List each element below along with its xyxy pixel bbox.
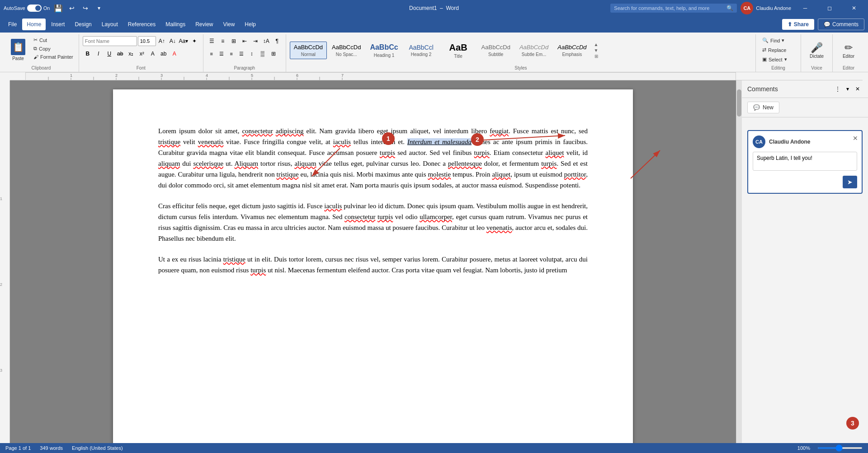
comments-close-button[interactable]: ✕: [853, 84, 863, 94]
shrink-font-button[interactable]: A↓: [168, 36, 178, 46]
styles-scroll-up[interactable]: ▲: [594, 42, 599, 47]
menu-help[interactable]: Help: [240, 19, 260, 30]
show-marks-button[interactable]: ¶: [272, 36, 282, 46]
format-painter-button[interactable]: 🖌 Format Painter: [32, 53, 75, 61]
zoom-slider[interactable]: [817, 447, 863, 449]
ribbon-group-editor: ✏ Editor Editor: [833, 34, 864, 72]
editor-button[interactable]: ✏ Editor: [838, 37, 859, 64]
redo-button[interactable]: ↪: [80, 3, 90, 13]
save-button[interactable]: 💾: [53, 3, 63, 13]
autosave-toggle[interactable]: AutoSave On: [4, 5, 50, 12]
font-name-input[interactable]: [83, 36, 137, 46]
send-icon: ➤: [847, 178, 853, 186]
clear-format-button[interactable]: ✦: [189, 36, 199, 46]
menu-references[interactable]: References: [123, 19, 160, 30]
sort-button[interactable]: ↕A: [261, 36, 271, 46]
comment-input[interactable]: [753, 152, 857, 171]
user-avatar[interactable]: CA: [741, 2, 753, 14]
menu-insert[interactable]: Insert: [47, 19, 69, 30]
text-effect-button[interactable]: A: [148, 49, 158, 59]
new-comment-button[interactable]: 💬 New: [747, 102, 779, 113]
style-title[interactable]: AaB Title: [440, 40, 476, 61]
paragraph-3: Ut a ex eu risus lacinia tristique ut in…: [158, 254, 588, 276]
copy-button[interactable]: ⧉ Copy: [32, 45, 75, 52]
clipboard-content: 📋 Paste ✂ Cut ⧉ Copy 🖌 Format Painter: [7, 36, 75, 65]
style-heading2[interactable]: AaBbCcl Heading 2: [403, 42, 439, 60]
menu-view[interactable]: View: [219, 19, 240, 30]
font-content: A↑ A↓ Aa▾ ✦ B I U ab x₂ x² A ab A: [83, 36, 199, 65]
grow-font-button[interactable]: A↑: [157, 36, 167, 46]
superscript-button[interactable]: x²: [137, 49, 147, 59]
align-left-button[interactable]: ≡: [207, 49, 216, 58]
menu-design[interactable]: Design: [70, 19, 96, 30]
undo-button[interactable]: ↩: [67, 3, 77, 13]
line-spacing-button[interactable]: ↕: [247, 49, 257, 59]
comments-button[interactable]: 💬 Comments: [818, 19, 864, 30]
vertical-scrollbar[interactable]: [736, 80, 742, 443]
squiggly-venenatis2: venenatis: [486, 224, 512, 231]
menu-review[interactable]: Review: [191, 19, 217, 30]
minimize-button[interactable]: ─: [795, 0, 816, 16]
style-heading1[interactable]: AaBbCc Heading 1: [366, 41, 402, 60]
align-center-button[interactable]: ☰: [217, 49, 226, 58]
send-comment-button[interactable]: ➤: [843, 176, 857, 188]
borders-button[interactable]: ⊞: [269, 49, 278, 59]
font-size-input[interactable]: [138, 36, 156, 46]
change-case-button[interactable]: Aa▾: [179, 36, 189, 46]
squiggly-consectetur2: consectetur: [344, 213, 375, 220]
dictate-button[interactable]: 🎤 Dictate: [806, 37, 828, 64]
find-button[interactable]: 🔍 Find ▾: [760, 36, 787, 45]
squiggly-turpis1: turpis: [380, 149, 395, 156]
style-emphasis[interactable]: AaBbCcDd Emphasis: [553, 42, 590, 59]
menu-layout[interactable]: Layout: [97, 19, 123, 30]
numbering-button[interactable]: ≡: [218, 36, 228, 46]
cut-button[interactable]: ✂ Cut: [32, 36, 75, 44]
scrollbar-thumb[interactable]: [737, 89, 741, 117]
font-color-button[interactable]: A: [170, 49, 179, 59]
document-area[interactable]: 1 Lorem ipsum dolor sit amet, consectetu…: [10, 80, 736, 443]
menu-home[interactable]: Home: [22, 19, 46, 30]
comment-close-button[interactable]: ✕: [853, 135, 858, 142]
multilevel-button[interactable]: ⊞: [229, 36, 239, 46]
style-nospace-preview: AaBbCcDd: [332, 44, 361, 51]
decrease-indent-button[interactable]: ⇤: [240, 36, 250, 46]
autosave-knob: [35, 5, 41, 11]
paste-button[interactable]: 📋 Paste: [7, 36, 29, 63]
style-subtle-em[interactable]: AaBbCcDd Subtle Em...: [515, 42, 552, 59]
close-button[interactable]: ✕: [844, 0, 864, 16]
customize-qat-button[interactable]: ▾: [94, 3, 104, 13]
editing-content: 🔍 Find ▾ ⇄ Replace ▣ Select ▾: [760, 36, 797, 65]
restore-button[interactable]: ◻: [819, 0, 840, 16]
autosave-switch[interactable]: [27, 5, 42, 12]
style-subtitle[interactable]: AaBbCcDd Subtitle: [477, 42, 514, 59]
underline-button[interactable]: U: [104, 49, 114, 59]
align-right-button[interactable]: ≡: [227, 49, 236, 58]
styles-expand[interactable]: ⊞: [594, 54, 598, 59]
styles-scroll-down[interactable]: ▼: [594, 48, 599, 53]
increase-indent-button[interactable]: ⇥: [250, 36, 260, 46]
italic-button[interactable]: I: [94, 49, 104, 59]
search-input[interactable]: [610, 4, 737, 13]
text-highlight-button[interactable]: ab: [159, 49, 169, 59]
menu-mailings[interactable]: Mailings: [161, 19, 190, 30]
comments-settings-button[interactable]: ⋮: [833, 84, 843, 94]
bold-button[interactable]: B: [83, 49, 93, 59]
subscript-button[interactable]: x₂: [126, 49, 136, 59]
align-justify-button[interactable]: ☰: [237, 49, 246, 58]
style-no-spacing[interactable]: AaBbCcDd No Spac...: [328, 42, 365, 59]
replace-button[interactable]: ⇄ Replace: [760, 46, 789, 54]
document-title: Document1: [409, 5, 437, 11]
comments-collapse-button[interactable]: ▾: [843, 84, 853, 94]
menu-file[interactable]: File: [4, 19, 21, 30]
page-marker-1: 1: [0, 196, 2, 201]
style-normal[interactable]: AaBbCcDd Normal: [290, 42, 327, 59]
squiggly-pellentesque: pellentesque: [448, 160, 482, 167]
share-button[interactable]: ⬆ Share: [782, 19, 814, 30]
shading-button[interactable]: ▒: [258, 49, 268, 59]
comments-panel: Comments ⋮ ▾ ✕ 💬 New CA Claudiu Andone ✕: [741, 80, 868, 443]
status-bar: Page 1 of 1 349 words English (United St…: [0, 443, 868, 453]
voice-content: 🎤 Dictate: [805, 36, 829, 65]
bullets-button[interactable]: ☰: [207, 36, 217, 46]
strikethrough-button[interactable]: ab: [115, 49, 125, 59]
select-button[interactable]: ▣ Select ▾: [760, 55, 790, 64]
